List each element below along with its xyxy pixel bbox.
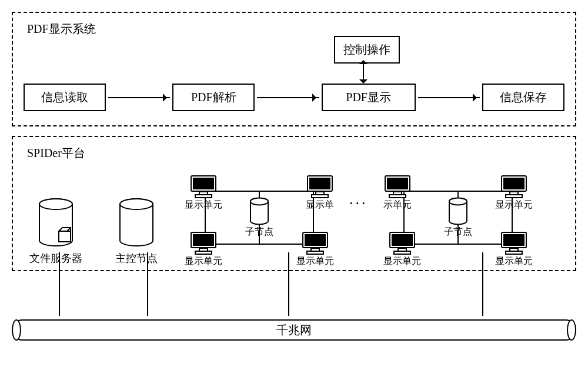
step-pdf-parse: PDF解析 xyxy=(172,84,255,111)
display-unit-label: 显示单元 xyxy=(296,255,334,268)
ellipsis: ··· xyxy=(349,195,368,236)
step-pdf-parse-label: PDF解析 xyxy=(191,91,236,104)
svg-rect-18 xyxy=(195,251,212,254)
svg-rect-38 xyxy=(503,234,524,246)
svg-rect-16 xyxy=(193,234,214,246)
step-pdf-display: PDF显示 xyxy=(322,84,416,111)
step-pdf-display-label: PDF显示 xyxy=(346,91,391,104)
sub-node: 子节点 xyxy=(444,198,472,238)
display-unit-label: 显示单元 xyxy=(495,255,533,268)
display-unit-label: 显示单元 xyxy=(185,199,222,211)
svg-rect-26 xyxy=(387,178,408,189)
master-node-label: 主控节点 xyxy=(115,251,158,265)
file-server-label: 文件服务器 xyxy=(29,251,82,265)
display-unit-label: 示单元 xyxy=(383,199,412,211)
display-unit-label: 显示单元 xyxy=(185,255,222,268)
svg-rect-10 xyxy=(195,195,212,198)
network-link xyxy=(147,252,148,316)
sub-node-label: 子节点 xyxy=(245,226,273,238)
monitor-icon xyxy=(500,174,528,199)
monitor-icon xyxy=(388,231,416,255)
step-info-read: 信息读取 xyxy=(24,84,106,111)
svg-point-1 xyxy=(39,199,72,209)
spider-platform-box: SPIDer平台 文件服务器 主控节点 xyxy=(12,136,576,271)
platform-inner: 文件服务器 主控节点 xyxy=(24,162,564,265)
monitor-icon xyxy=(306,174,334,199)
network-link-area: 千兆网 xyxy=(12,276,576,341)
network-link xyxy=(482,252,483,316)
pdf-system-inner: 控制操作 信息读取 PDF解析 PDF显示 信息保存 xyxy=(24,38,564,115)
svg-rect-14 xyxy=(312,195,328,198)
cluster-1: 子节点 显示单元 显示单 显示单元 显示单元 xyxy=(186,174,333,265)
display-unit: 显示单 xyxy=(306,174,334,211)
display-unit-label: 显示单元 xyxy=(383,255,421,268)
file-server-node: 文件服务器 xyxy=(29,198,82,265)
step-info-save: 信息保存 xyxy=(482,84,564,111)
svg-rect-30 xyxy=(503,178,524,189)
server-icon xyxy=(448,198,468,227)
svg-point-6 xyxy=(250,198,268,205)
svg-point-4 xyxy=(120,199,153,209)
pipe-cap-icon xyxy=(567,319,576,341)
flow-row: 信息读取 PDF解析 PDF显示 信息保存 xyxy=(24,84,564,111)
pipe-cap-icon xyxy=(12,319,21,341)
monitor-icon xyxy=(301,231,329,255)
sub-node-label: 子节点 xyxy=(444,226,472,238)
display-unit: 显示单元 xyxy=(185,231,222,268)
control-operation-label: 控制操作 xyxy=(343,43,390,56)
svg-point-24 xyxy=(449,198,467,205)
monitor-icon xyxy=(383,174,412,199)
sub-node: 子节点 xyxy=(245,198,273,238)
network-label: 千兆网 xyxy=(276,322,312,338)
display-unit: 示单元 xyxy=(383,174,412,211)
arrow-icon xyxy=(418,97,480,98)
svg-rect-34 xyxy=(392,234,413,246)
arrow-icon xyxy=(108,97,170,98)
display-unit: 显示单元 xyxy=(296,231,334,268)
server-icon xyxy=(118,198,155,249)
svg-rect-2 xyxy=(59,231,71,242)
pdf-system-title: PDF显示系统 xyxy=(24,20,99,38)
gigabit-network: 千兆网 xyxy=(12,319,576,341)
svg-rect-22 xyxy=(307,251,323,254)
spider-platform-title: SPIDer平台 xyxy=(24,144,89,162)
svg-rect-8 xyxy=(193,178,214,189)
display-unit: 显示单元 xyxy=(495,174,533,211)
server-icon xyxy=(38,198,74,249)
display-unit-label: 显示单元 xyxy=(495,199,533,211)
svg-rect-28 xyxy=(389,195,406,198)
svg-rect-40 xyxy=(506,251,522,254)
svg-rect-20 xyxy=(305,234,326,246)
svg-rect-36 xyxy=(394,251,410,254)
svg-rect-32 xyxy=(506,195,522,198)
display-unit: 显示单元 xyxy=(495,231,533,268)
arrow-icon xyxy=(257,97,319,98)
svg-rect-12 xyxy=(309,178,330,189)
monitor-icon xyxy=(500,231,528,255)
master-node: 主控节点 xyxy=(115,198,158,265)
bidirectional-arrow xyxy=(363,62,364,82)
server-icon xyxy=(249,198,269,227)
display-unit: 显示单元 xyxy=(383,231,421,268)
display-unit-label: 显示单 xyxy=(306,199,334,211)
step-info-save-label: 信息保存 xyxy=(500,91,547,104)
pdf-system-box: PDF显示系统 控制操作 信息读取 PDF解析 PDF显示 信息保存 xyxy=(12,12,576,126)
network-link xyxy=(288,252,289,316)
monitor-icon xyxy=(189,231,218,255)
step-info-read-label: 信息读取 xyxy=(41,91,88,104)
display-unit: 显示单元 xyxy=(185,174,222,211)
monitor-icon xyxy=(189,174,218,199)
cluster-2: 子节点 示单元 显示单元 显示单元 显示单元 xyxy=(385,174,532,265)
network-link xyxy=(59,252,60,316)
